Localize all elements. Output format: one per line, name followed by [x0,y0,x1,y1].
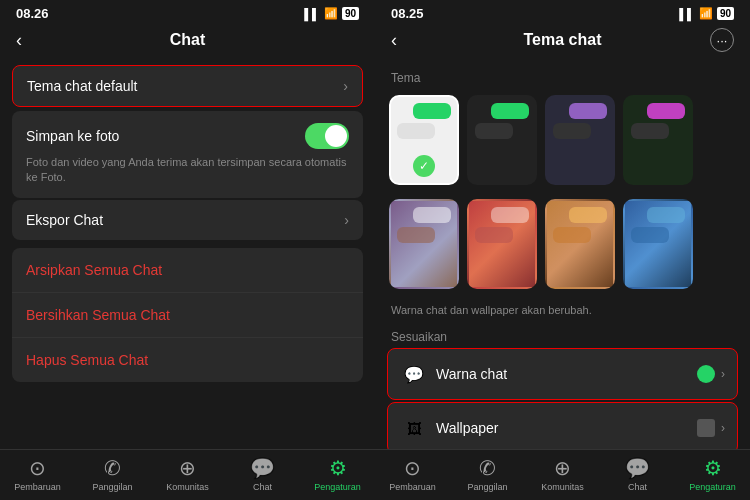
right-pembaruan-icon: ⊙ [404,456,421,480]
wallpaper-chevron-icon: › [721,421,725,435]
pembaruan-label: Pembaruan [14,482,61,492]
wifi-icon: 📶 [324,7,338,20]
left-content: Tema chat default › Simpan ke foto Foto … [0,57,375,449]
right-nav-panggilan[interactable]: ✆ Panggilan [450,456,525,492]
theme-card-photo3[interactable] [545,199,615,289]
toggle-label: Simpan ke foto [26,128,119,144]
pembaruan-icon: ⊙ [29,456,46,480]
right-chat-label: Chat [628,482,647,492]
theme-card-dark1[interactable] [467,95,537,185]
right-signal-icon: ▌▌ [679,8,695,20]
tema-chevron-icon: › [343,78,348,94]
theme-grid-row2 [375,195,750,299]
wallpaper-icon-container: 🖼 [400,414,428,442]
toggle-description: Foto dan video yang Anda terima akan ter… [26,155,349,186]
arsipkan-item[interactable]: Arsipkan Semua Chat [12,248,363,293]
right-nav-chat[interactable]: 💬 Chat [600,456,675,492]
right-battery-icon: 90 [717,7,734,20]
right-nav-pengaturan-active[interactable]: ⚙ Pengaturan [675,456,750,492]
ekspor-chat-label: Ekspor Chat [26,212,103,228]
bersihkan-item[interactable]: Bersihkan Semua Chat [12,293,363,338]
sesuaikan-section-label: Sesuaikan [375,324,750,348]
right-komunitas-label: Komunitas [541,482,584,492]
warna-chat-left: 💬 Warna chat [400,360,507,388]
nav-pengaturan-active[interactable]: ⚙ Pengaturan [300,456,375,492]
wallpaper-label: Wallpaper [436,420,499,436]
theme-grid-row1: ✓ [375,91,750,195]
note-text: Warna chat dan wallpaper akan berubah. [375,299,750,324]
chat-label: Chat [253,482,272,492]
ekspor-chat-item[interactable]: Ekspor Chat › [12,200,363,240]
left-bottom-nav: ⊙ Pembaruan ✆ Panggilan ⊕ Komunitas 💬 Ch… [0,449,375,500]
right-panggilan-label: Panggilan [467,482,507,492]
left-status-time: 08.26 [16,6,49,21]
komunitas-label: Komunitas [166,482,209,492]
nav-pembaruan[interactable]: ⊙ Pembaruan [0,456,75,492]
left-status-bar: 08.26 ▌▌ 📶 90 [0,0,375,25]
panggilan-label: Panggilan [92,482,132,492]
right-status-icons: ▌▌ 📶 90 [679,7,734,20]
komunitas-icon: ⊕ [179,456,196,480]
right-content: Tema ✓ [375,57,750,449]
warna-chat-label: Warna chat [436,366,507,382]
check-badge-icon: ✓ [413,155,435,177]
right-nav-pembaruan[interactable]: ⊙ Pembaruan [375,456,450,492]
more-options-button[interactable]: ··· [710,28,734,52]
tema-chat-default-item[interactable]: Tema chat default › [12,65,363,107]
right-status-time: 08.25 [391,6,424,21]
pengaturan-icon: ⚙ [329,456,347,480]
theme-card-photo1[interactable] [389,199,459,289]
toggle-header: Simpan ke foto [26,123,349,149]
warna-chat-color-dot [697,365,715,383]
right-bottom-nav: ⊙ Pembaruan ✆ Panggilan ⊕ Komunitas 💬 Ch… [375,449,750,500]
left-phone-panel: 08.26 ▌▌ 📶 90 ‹ Chat Tema chat default ›… [0,0,375,500]
right-wifi-icon: 📶 [699,7,713,20]
nav-chat[interactable]: 💬 Chat [225,456,300,492]
simpan-toggle-switch[interactable] [305,123,349,149]
theme-card-purple[interactable] [545,95,615,185]
theme-card-photo2[interactable] [467,199,537,289]
panggilan-icon: ✆ [104,456,121,480]
right-chat-icon: 💬 [625,456,650,480]
warna-chat-item[interactable]: 💬 Warna chat › [387,348,738,400]
right-header: ‹ Tema chat ··· [375,25,750,57]
wallpaper-icon: 🖼 [407,420,422,437]
theme-card-photo4[interactable] [623,199,693,289]
warna-chat-icon-container: 💬 [400,360,428,388]
tema-section: Tema chat default › [0,65,375,107]
right-page-title: Tema chat [524,31,602,49]
wallpaper-item[interactable]: 🖼 Wallpaper › [387,402,738,449]
hapus-item[interactable]: Hapus Semua Chat [12,338,363,382]
nav-komunitas[interactable]: ⊕ Komunitas [150,456,225,492]
left-status-icons: ▌▌ 📶 90 [304,7,359,20]
chat-bubble-icon: 💬 [404,365,424,384]
pengaturan-label: Pengaturan [314,482,361,492]
simpan-toggle-row: Simpan ke foto Foto dan video yang Anda … [12,111,363,198]
ekspor-chevron-icon: › [344,212,349,228]
chat-icon: 💬 [250,456,275,480]
battery-icon: 90 [342,7,359,20]
right-status-bar: 08.25 ▌▌ 📶 90 [375,0,750,25]
right-nav-komunitas[interactable]: ⊕ Komunitas [525,456,600,492]
tema-chat-default-label: Tema chat default [27,78,138,94]
nav-panggilan[interactable]: ✆ Panggilan [75,456,150,492]
right-pembaruan-label: Pembaruan [389,482,436,492]
wallpaper-left: 🖼 Wallpaper [400,414,499,442]
right-panggilan-icon: ✆ [479,456,496,480]
wallpaper-right: › [697,419,725,437]
right-komunitas-icon: ⊕ [554,456,571,480]
right-phone-panel: 08.25 ▌▌ 📶 90 ‹ Tema chat ··· Tema ✓ [375,0,750,500]
left-header: ‹ Chat [0,25,375,57]
arsipkan-label: Arsipkan Semua Chat [26,262,162,278]
bersihkan-label: Bersihkan Semua Chat [26,307,170,323]
left-back-button[interactable]: ‹ [16,30,22,51]
theme-card-white[interactable]: ✓ [389,95,459,185]
theme-card-green-dark[interactable] [623,95,693,185]
right-pengaturan-label: Pengaturan [689,482,736,492]
signal-icon: ▌▌ [304,8,320,20]
ekspor-section: Ekspor Chat › [0,200,375,240]
toggle-knob [325,125,347,147]
right-back-button[interactable]: ‹ [391,30,397,51]
tema-section-label: Tema [375,65,750,91]
left-page-title: Chat [170,31,206,49]
